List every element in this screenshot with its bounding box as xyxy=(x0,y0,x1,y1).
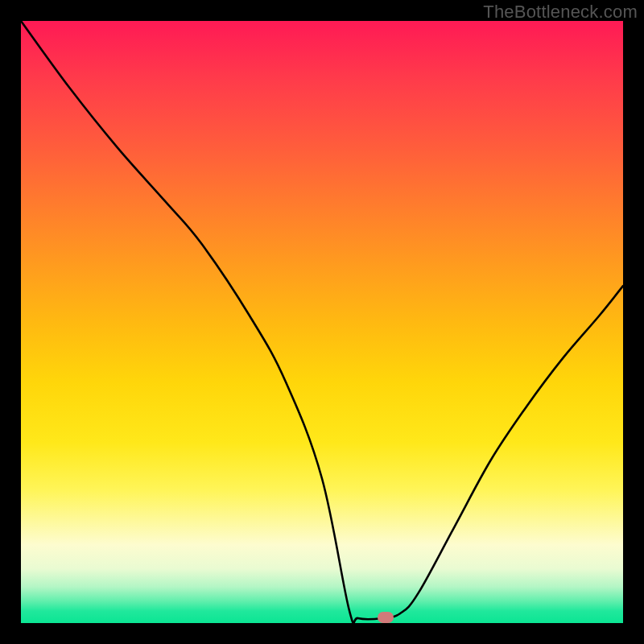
plot-area xyxy=(21,21,623,623)
bottleneck-curve xyxy=(21,21,623,623)
optimal-marker xyxy=(378,612,394,623)
chart-container: TheBottleneck.com xyxy=(0,0,644,644)
curve-svg xyxy=(21,21,623,623)
watermark-text: TheBottleneck.com xyxy=(483,2,638,23)
